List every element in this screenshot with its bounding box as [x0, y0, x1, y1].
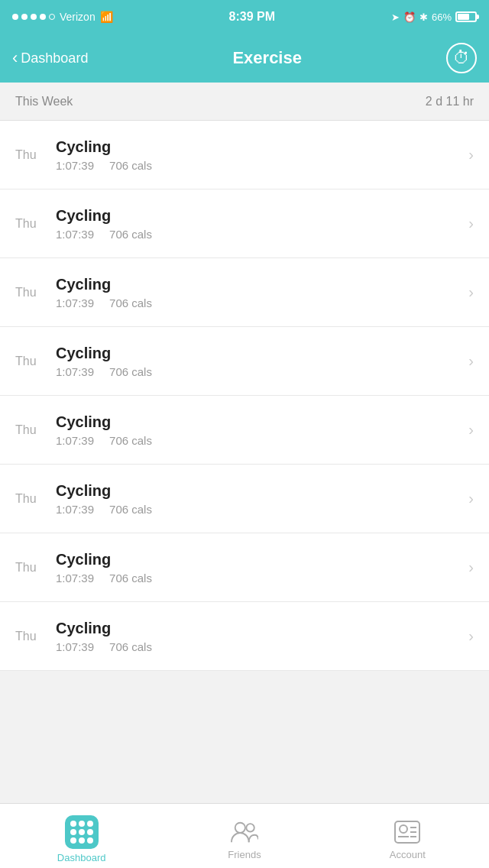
exercise-duration: 1:07:39: [56, 296, 94, 309]
tab-bar: Dashboard Friends Account: [0, 803, 489, 868]
tab-friends-label: Friends: [228, 849, 261, 860]
back-label: Dashboard: [21, 50, 88, 66]
tab-dashboard[interactable]: Dashboard: [0, 809, 163, 863]
battery-percent: 66%: [432, 11, 452, 23]
exercise-duration: 1:07:39: [56, 640, 94, 653]
battery-fill: [458, 14, 469, 20]
dot-3: [31, 14, 37, 20]
time-label: 8:39 PM: [229, 10, 275, 24]
exercise-meta: 1:07:39 706 cals: [56, 228, 468, 241]
exercise-item[interactable]: Thu Cycling 1:07:39 706 cals ›: [0, 258, 489, 327]
exercise-details: Cycling 1:07:39 706 cals: [50, 207, 468, 241]
stopwatch-button[interactable]: ⏱: [446, 43, 477, 73]
chevron-right-icon: ›: [468, 215, 474, 232]
dot-2: [21, 14, 28, 20]
tab-account[interactable]: Account: [326, 812, 489, 860]
exercise-meta: 1:07:39 706 cals: [56, 159, 468, 172]
exercise-item[interactable]: Thu Cycling 1:07:39 706 cals ›: [0, 533, 489, 602]
status-right: ➤ ⏰ ✱ 66%: [391, 11, 477, 23]
section-summary: 2 d 11 hr: [426, 95, 474, 108]
exercise-item[interactable]: Thu Cycling 1:07:39 706 cals ›: [0, 189, 489, 258]
exercise-item[interactable]: Thu Cycling 1:07:39 706 cals ›: [0, 121, 489, 189]
exercise-meta: 1:07:39 706 cals: [56, 503, 468, 516]
chevron-right-icon: ›: [468, 146, 474, 164]
exercise-duration: 1:07:39: [56, 503, 94, 516]
exercise-cals: 706 cals: [109, 434, 152, 447]
exercise-name: Cycling: [56, 620, 468, 637]
chevron-right-icon: ›: [468, 421, 474, 439]
svg-point-1: [246, 824, 254, 831]
section-header: This Week 2 d 11 hr: [0, 83, 489, 121]
exercise-cals: 706 cals: [109, 228, 152, 241]
svg-point-3: [400, 825, 407, 833]
chevron-right-icon: ›: [468, 559, 474, 576]
exercise-details: Cycling 1:07:39 706 cals: [50, 345, 468, 378]
dot-1: [12, 14, 18, 20]
exercise-item[interactable]: Thu Cycling 1:07:39 706 cals ›: [0, 396, 489, 465]
exercise-duration: 1:07:39: [56, 228, 94, 241]
tab-account-label: Account: [390, 849, 426, 860]
exercise-name: Cycling: [56, 413, 468, 431]
exercise-list: Thu Cycling 1:07:39 706 cals › Thu Cycli…: [0, 121, 489, 671]
exercise-meta: 1:07:39 706 cals: [56, 296, 468, 309]
svg-point-0: [235, 822, 245, 832]
exercise-details: Cycling 1:07:39 706 cals: [50, 413, 468, 447]
exercise-details: Cycling 1:07:39 706 cals: [50, 276, 468, 309]
exercise-cals: 706 cals: [109, 365, 152, 378]
exercise-name: Cycling: [56, 551, 468, 568]
exercise-day: Thu: [15, 148, 50, 162]
exercise-cals: 706 cals: [109, 640, 152, 653]
section-title: This Week: [15, 95, 73, 108]
exercise-name: Cycling: [56, 207, 468, 225]
exercise-day: Thu: [15, 355, 50, 368]
exercise-name: Cycling: [56, 276, 468, 293]
bluetooth-icon: ✱: [419, 11, 428, 23]
location-icon: ➤: [391, 11, 400, 23]
stopwatch-icon: ⏱: [453, 48, 470, 68]
battery-icon: [455, 11, 477, 22]
exercise-day: Thu: [15, 630, 50, 643]
exercise-details: Cycling 1:07:39 706 cals: [50, 138, 468, 172]
exercise-duration: 1:07:39: [56, 434, 94, 447]
exercise-name: Cycling: [56, 482, 468, 500]
exercise-cals: 706 cals: [109, 296, 152, 309]
page-title: Exercise: [232, 48, 302, 68]
chevron-right-icon: ›: [468, 283, 474, 301]
exercise-item[interactable]: Thu Cycling 1:07:39 706 cals ›: [0, 327, 489, 396]
exercise-details: Cycling 1:07:39 706 cals: [50, 620, 468, 653]
exercise-meta: 1:07:39 706 cals: [56, 572, 468, 585]
nav-bar: ‹ Dashboard Exercise ⏱: [0, 34, 489, 83]
chevron-right-icon: ›: [468, 627, 474, 645]
exercise-duration: 1:07:39: [56, 159, 94, 172]
back-chevron-icon: ‹: [12, 50, 18, 66]
carrier-label: Verizon: [60, 11, 96, 23]
dot-4: [40, 14, 46, 20]
dashboard-icon: [65, 815, 99, 849]
exercise-item[interactable]: Thu Cycling 1:07:39 706 cals ›: [0, 465, 489, 533]
exercise-name: Cycling: [56, 138, 468, 156]
exercise-day: Thu: [15, 561, 50, 575]
tab-friends[interactable]: Friends: [163, 812, 325, 860]
wifi-icon: 📶: [100, 11, 113, 23]
alarm-icon: ⏰: [403, 11, 416, 23]
friends-icon: [231, 818, 258, 846]
exercise-cals: 706 cals: [109, 572, 152, 585]
exercise-duration: 1:07:39: [56, 572, 94, 585]
exercise-meta: 1:07:39 706 cals: [56, 365, 468, 378]
exercise-day: Thu: [15, 217, 50, 231]
exercise-cals: 706 cals: [109, 159, 152, 172]
exercise-day: Thu: [15, 286, 50, 300]
exercise-item[interactable]: Thu Cycling 1:07:39 706 cals ›: [0, 602, 489, 671]
status-bar: Verizon 📶 8:39 PM ➤ ⏰ ✱ 66%: [0, 0, 489, 34]
exercise-name: Cycling: [56, 345, 468, 362]
exercise-meta: 1:07:39 706 cals: [56, 640, 468, 653]
exercise-details: Cycling 1:07:39 706 cals: [50, 551, 468, 585]
exercise-duration: 1:07:39: [56, 365, 94, 378]
exercise-details: Cycling 1:07:39 706 cals: [50, 482, 468, 516]
back-button[interactable]: ‹ Dashboard: [12, 50, 88, 66]
signal-dots: [12, 14, 55, 20]
exercise-meta: 1:07:39 706 cals: [56, 434, 468, 447]
status-left: Verizon 📶: [12, 11, 113, 23]
tab-dashboard-label: Dashboard: [57, 852, 106, 863]
exercise-cals: 706 cals: [109, 503, 152, 516]
